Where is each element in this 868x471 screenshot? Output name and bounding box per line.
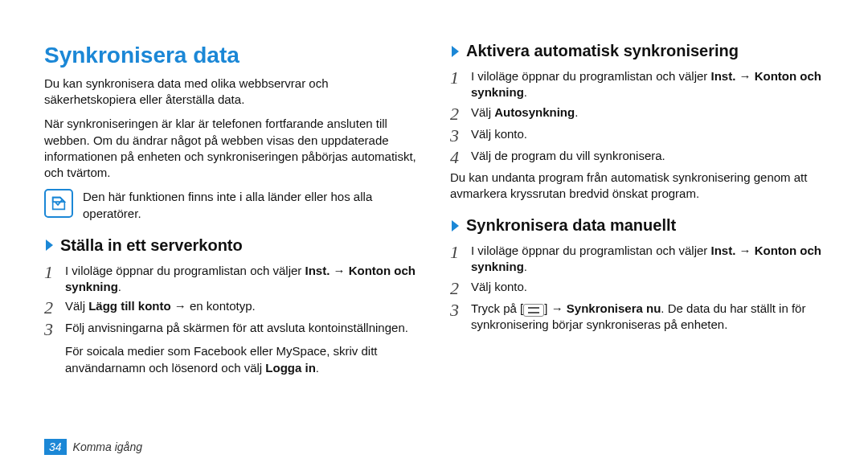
social-subnote: För soicala medier som Facebook eller My… — [65, 343, 418, 376]
step-2: 2 Välj Lägg till konto → en kontotyp. — [44, 298, 418, 317]
section-heading-text: Synkronisera data manuellt — [466, 215, 676, 236]
step-2: 2 Välj konto. — [450, 279, 824, 297]
step-body: I viloläge öppnar du programlistan och v… — [471, 68, 824, 101]
steps-manual: 1 I viloläge öppnar du programlistan och… — [450, 243, 824, 333]
step-body: Tryck på [ ] → Synkronisera nu. De data … — [471, 301, 824, 334]
step-1: 1 I viloläge öppnar du programlistan och… — [44, 263, 418, 296]
step-number: 2 — [450, 279, 471, 297]
step-body: Välj konto. — [471, 279, 824, 295]
step-1: 1 I viloläge öppnar du programlistan och… — [450, 68, 824, 101]
chevron-icon — [44, 238, 55, 252]
steps-auto: 1 I viloläge öppnar du programlistan och… — [450, 68, 824, 166]
section-heading-manual: Synkronisera data manuellt — [450, 215, 824, 236]
page-title: Synkronisera data — [44, 40, 418, 71]
step-body: Välj konto. — [471, 126, 824, 142]
step-body: I viloläge öppnar du programlistan och v… — [65, 263, 418, 296]
step-number: 1 — [44, 263, 65, 281]
steps-serverkonto: 1 I viloläge öppnar du programlistan och… — [44, 263, 418, 339]
step-3: 3 Tryck på [ ] → Synkronisera nu. De dat… — [450, 301, 824, 334]
step-3: 3 Följ anvisningarna på skärmen för att … — [44, 320, 418, 338]
page-footer: 34 Komma igång — [44, 439, 142, 455]
step-body: I viloläge öppnar du programlistan och v… — [471, 243, 824, 276]
footer-section: Komma igång — [73, 440, 142, 453]
step-2: 2 Välj Autosynkning. — [450, 104, 824, 123]
chevron-icon — [450, 44, 461, 59]
note-icon — [44, 189, 73, 218]
menu-icon — [523, 304, 544, 317]
section-heading-text: Ställa in ett serverkonto — [60, 235, 243, 256]
chevron-icon — [450, 219, 461, 233]
svg-rect-0 — [528, 307, 539, 309]
note-callout: Den här funktionen finns inte i alla län… — [44, 189, 418, 222]
step-body: Välj de program du vill synkronisera. — [471, 148, 824, 164]
step-number: 4 — [450, 148, 471, 166]
step-number: 2 — [450, 104, 471, 123]
step-number: 3 — [44, 320, 65, 338]
left-column: Synkronisera data Du kan synkronisera da… — [44, 40, 418, 376]
step-number: 1 — [450, 68, 471, 87]
step-3: 3 Välj konto. — [450, 126, 824, 145]
step-body: Välj Autosynkning. — [471, 104, 824, 121]
right-column: Aktivera automatisk synkronisering 1 I v… — [450, 40, 824, 376]
step-1: 1 I viloläge öppnar du programlistan och… — [450, 243, 824, 276]
section-heading-serverkonto: Ställa in ett serverkonto — [44, 235, 418, 256]
step-body: Välj Lägg till konto → en kontotyp. — [65, 298, 418, 314]
section-heading-text: Aktivera automatisk synkronisering — [466, 40, 739, 62]
note-text: Den här funktionen finns inte i alla län… — [83, 189, 418, 222]
svg-rect-1 — [528, 312, 539, 313]
step-number: 1 — [450, 243, 471, 261]
step-4: 4 Välj de program du vill synkronisera. — [450, 148, 824, 166]
step-number: 3 — [450, 301, 471, 319]
section-heading-auto: Aktivera automatisk synkronisering — [450, 40, 824, 62]
intro-1: Du kan synkronisera data med olika webbs… — [44, 76, 418, 109]
step-body: Följ anvisningarna på skärmen för att av… — [65, 320, 418, 336]
step-number: 2 — [44, 298, 65, 317]
step-number: 3 — [450, 126, 471, 145]
intro-2: När synkroniseringen är klar är telefone… — [44, 116, 418, 181]
auto-after: Du kan undanta program från automatisk s… — [450, 170, 824, 203]
page-number: 34 — [44, 439, 67, 455]
